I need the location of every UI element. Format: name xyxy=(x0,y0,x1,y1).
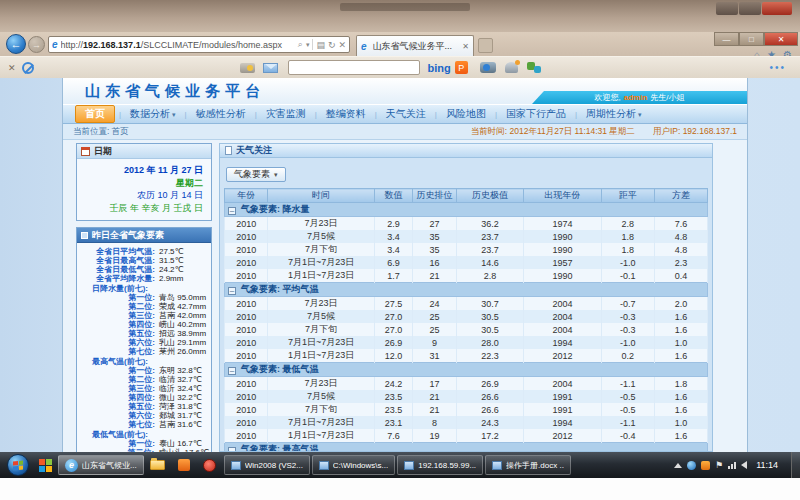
table-cell: 2010 xyxy=(225,310,268,323)
pinned-app-icon[interactable] xyxy=(39,459,52,472)
compatibility-view-icon[interactable]: ▤ xyxy=(316,40,325,50)
nav-item[interactable]: 首页 xyxy=(75,105,115,123)
table-cell: 1.7 xyxy=(374,269,413,283)
minimize-button[interactable]: — xyxy=(714,32,739,46)
action-center-flag-icon[interactable]: ⚑ xyxy=(715,461,723,470)
rank-label: 第六位: xyxy=(79,411,155,420)
background-close-button[interactable] xyxy=(762,2,792,15)
network-bars-icon[interactable] xyxy=(728,462,736,469)
speaker-icon[interactable] xyxy=(741,461,747,469)
background-maximize-button[interactable] xyxy=(739,2,761,15)
table-row: 20101月1日~7月23日1.7212.81990-0.10.4 xyxy=(225,269,708,283)
date-panel-title: 日期 xyxy=(94,145,112,158)
taskbar-ie-button[interactable]: e 山东省气候业... xyxy=(58,455,144,475)
table-cell: 2010 xyxy=(225,269,268,283)
table-cell: 2010 xyxy=(225,336,268,349)
taskbar-button-label: 山东省气候业... xyxy=(82,460,137,471)
rank-label: 第二位: xyxy=(79,302,155,311)
search-icon[interactable]: ⌕ xyxy=(298,39,303,50)
mail-icon[interactable] xyxy=(263,63,278,73)
nav-item[interactable]: 国家下行产品 xyxy=(497,106,575,122)
page-content: 日期 2012 年 11 月 27 日 星期二 农历 10 月 14 日 壬辰 … xyxy=(63,140,747,452)
media-app-pin[interactable] xyxy=(198,455,222,475)
collapse-icon[interactable]: – xyxy=(228,367,236,375)
nav-item[interactable]: 整编资料 xyxy=(317,106,375,122)
table-cell: 1.6 xyxy=(654,323,707,336)
rank-label: 第七位: xyxy=(79,347,155,356)
table-cell: -0.3 xyxy=(601,323,654,336)
taskbar-window-button[interactable]: C:\Windows\s... xyxy=(312,455,396,475)
table-row: 20101月1日~7月23日7.61917.22012-0.41.6 xyxy=(225,429,708,443)
rank-label: 第三位: xyxy=(79,311,155,320)
toolbar-overflow-icon[interactable]: ••• xyxy=(769,62,786,73)
taskbar-window-button[interactable]: 操作手册.docx ... xyxy=(485,455,571,475)
table-cell: 3.4 xyxy=(374,243,413,256)
table-cell: 7月下旬 xyxy=(268,323,374,336)
table-cell: 17 xyxy=(413,377,456,391)
collapse-icon[interactable]: – xyxy=(228,207,236,215)
maximize-button[interactable]: □ xyxy=(739,32,764,46)
table-row: 20107月1日~7月23日6.91614.61957-1.02.3 xyxy=(225,256,708,269)
stop-icon[interactable]: ✕ xyxy=(338,40,346,50)
tray-network-globe-icon[interactable] xyxy=(687,461,696,470)
blocked-icon[interactable] xyxy=(22,62,34,74)
nav-item[interactable]: 数据分析 ▾ xyxy=(121,106,184,122)
url-text: http://192.168.137.1/SLCCLIMATE/modules/… xyxy=(61,40,298,50)
share-icon[interactable] xyxy=(505,62,518,73)
nav-item[interactable]: 敏感性分析 xyxy=(187,106,255,122)
tray-expand-icon[interactable] xyxy=(674,463,682,468)
background-window-title xyxy=(340,3,470,11)
toolbar-search-button[interactable]: P xyxy=(455,61,468,74)
nav-item[interactable]: 风险地图 xyxy=(437,106,495,122)
section-header-cell: –气象要素: 降水量 xyxy=(225,203,708,217)
section-title: 气象要素: 最高气温 xyxy=(241,444,319,452)
video-icon[interactable] xyxy=(480,62,496,73)
toolbar-close-icon[interactable]: ✕ xyxy=(8,63,16,73)
apps-icon[interactable] xyxy=(527,62,541,73)
greeting-username: admin xyxy=(624,93,648,102)
start-button[interactable] xyxy=(7,454,29,476)
table-cell: 12.0 xyxy=(374,349,413,363)
address-bar[interactable]: e http://192.168.137.1/SLCCLIMATE/module… xyxy=(48,36,350,53)
rank-row: 第四位:微山 32.2℃ xyxy=(79,393,209,402)
element-dropdown-button[interactable]: 气象要素 ▾ xyxy=(226,167,286,182)
refresh-icon[interactable]: ↻ xyxy=(328,40,336,50)
explorer-pin[interactable] xyxy=(146,455,170,475)
chevron-down-icon[interactable]: ▾ xyxy=(306,41,310,49)
weather-panel-body: 全省日平均气温:27.5℃全省日最高气温:31.5℃全省日最低气温:24.2℃全… xyxy=(77,243,211,452)
table-cell: 1990 xyxy=(524,230,601,243)
table-row: 20107月5候3.43523.719901.84.8 xyxy=(225,230,708,243)
taskbar-window-button[interactable]: Win2008 (VS2... xyxy=(224,455,310,475)
tray-security-icon[interactable] xyxy=(701,461,710,470)
show-desktop-button[interactable] xyxy=(791,452,800,478)
taskbar-clock[interactable]: 11:14 xyxy=(756,460,778,470)
nav-item[interactable]: 灾害监测 xyxy=(257,106,315,122)
camera-icon[interactable] xyxy=(240,63,255,73)
table-cell: -0.1 xyxy=(601,269,654,283)
weather-element-value: 24.2℃ xyxy=(159,265,184,274)
date-panel-header: 日期 xyxy=(77,144,211,159)
toolbar-search-input[interactable] xyxy=(288,60,420,75)
weather-element-row: 全省平均降水量:2.9mm xyxy=(79,274,209,283)
section-header-row: –气象要素: 平均气温 xyxy=(225,283,708,297)
date-panel: 日期 2012 年 11 月 27 日 星期二 农历 10 月 14 日 壬辰 … xyxy=(76,143,212,221)
close-button[interactable]: ✕ xyxy=(764,32,798,46)
nav-item[interactable]: 天气关注 xyxy=(377,106,435,122)
tab-close-icon[interactable]: ✕ xyxy=(462,42,469,51)
collapse-icon[interactable]: – xyxy=(228,287,236,295)
back-button[interactable]: ← xyxy=(6,34,26,54)
column-header: 方差 xyxy=(654,189,707,203)
background-minimize-button[interactable] xyxy=(716,2,738,15)
browser-tab[interactable]: e 山东省气候业务平... ✕ xyxy=(356,35,474,56)
taskbar-window-button[interactable]: 192.168.59.99... xyxy=(397,455,483,475)
table-cell: 7月5候 xyxy=(268,230,374,243)
nav-item[interactable]: 周期性分析 ▾ xyxy=(577,106,650,122)
window-icon xyxy=(231,461,241,470)
forward-button[interactable]: → xyxy=(28,36,45,53)
orange-app-pin[interactable] xyxy=(172,455,196,475)
new-tab-button[interactable] xyxy=(478,38,493,53)
ganzhi-date: 壬辰 年 辛亥 月 壬戌 日 xyxy=(81,202,203,215)
greeting-prefix: 欢迎您, xyxy=(594,92,620,103)
table-cell: 7月1日~7月23日 xyxy=(268,336,374,349)
bing-logo[interactable]: bing xyxy=(428,62,451,74)
